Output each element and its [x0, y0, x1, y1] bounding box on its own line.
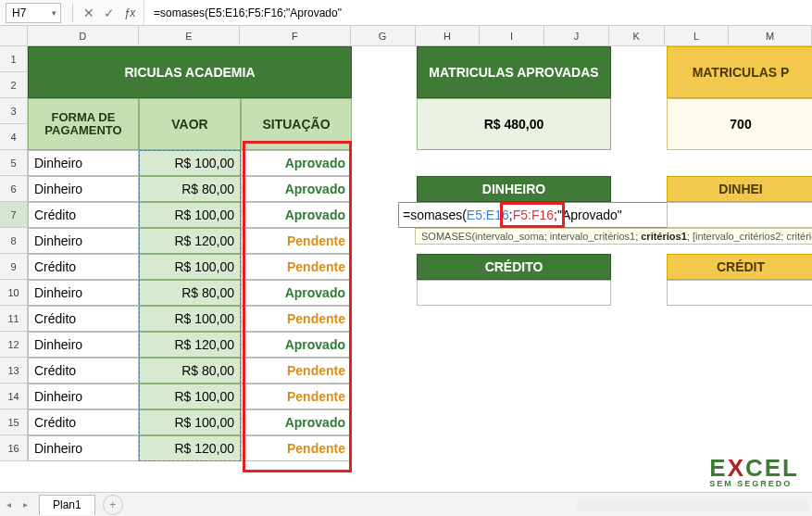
- cell-forma[interactable]: Crédito: [28, 358, 139, 384]
- cell-vaor[interactable]: R$ 120,00: [139, 435, 241, 461]
- col-header-K[interactable]: K: [609, 26, 665, 46]
- cell-vaor[interactable]: R$ 120,00: [139, 332, 241, 358]
- label-credito-yellow: CRÉDIT: [667, 254, 812, 280]
- table-row: CréditoR$ 100,00Aprovado: [28, 409, 812, 435]
- cell-situacao[interactable]: Pendente: [241, 384, 352, 409]
- header-situacao: SITUAÇÃO: [241, 98, 352, 150]
- cells-area[interactable]: RICULAS ACADEMIA MATRICULAS APROVADAS MA…: [28, 46, 812, 492]
- col-header-G[interactable]: G: [351, 26, 416, 46]
- col-header-M[interactable]: M: [729, 26, 812, 46]
- label-dinheiro-yellow: DINHEI: [667, 176, 812, 202]
- divider: [72, 4, 73, 22]
- enter-formula-button[interactable]: ✓: [99, 3, 119, 23]
- cell-vaor[interactable]: R$ 80,00: [139, 358, 241, 384]
- formula-text: =somases(E5:E16;F5:F16;"Aprovado": [154, 6, 342, 19]
- formula-bar: H7 ▾ ✕ ✓ ƒx =somases(E5:E16;F5:F16;"Apro…: [0, 0, 812, 26]
- row-header-1[interactable]: 1: [0, 46, 28, 72]
- header-forma: FORMA DE PAGAMENTO: [28, 98, 139, 150]
- sheet-tab-bar: ◂ ▸ Plan1 +: [0, 492, 812, 516]
- cancel-formula-button[interactable]: ✕: [79, 3, 99, 23]
- horizontal-scrollbar[interactable]: [577, 499, 808, 512]
- cell-vaor[interactable]: R$ 100,00: [139, 306, 241, 332]
- col-header-L[interactable]: L: [665, 26, 730, 46]
- col-header-F[interactable]: F: [240, 26, 351, 46]
- function-tooltip: SOMASES(intervalo_soma; intervalo_critér…: [415, 228, 812, 245]
- row-header-13[interactable]: 13: [0, 358, 28, 384]
- cell-forma[interactable]: Crédito: [28, 409, 139, 435]
- value-pendentes: 700: [667, 98, 812, 150]
- chevron-down-icon[interactable]: ▾: [52, 8, 56, 18]
- table-row: CréditoR$ 100,00Pendente: [28, 306, 812, 332]
- title-pendentes: MATRICULAS P: [667, 46, 812, 98]
- value-aprovadas: R$ 480,00: [417, 98, 611, 150]
- row-header-15[interactable]: 15: [0, 409, 28, 435]
- table-row: CréditoR$ 80,00Pendente: [28, 358, 812, 384]
- name-box[interactable]: H7 ▾: [6, 3, 61, 23]
- cell-vaor[interactable]: R$ 120,00: [139, 228, 241, 254]
- cell-situacao[interactable]: Aprovado: [241, 150, 352, 176]
- row-header-11[interactable]: 11: [0, 306, 28, 332]
- sheet-nav-first-icon[interactable]: ◂: [0, 499, 17, 510]
- cell-situacao[interactable]: Pendente: [241, 306, 352, 332]
- row-header-6[interactable]: 6: [0, 176, 28, 202]
- active-cell-editor[interactable]: =somases(E5:E16;F5:F16;"Aprovado": [398, 202, 676, 228]
- cell-situacao[interactable]: Aprovado: [241, 409, 352, 435]
- cell-forma[interactable]: Dinheiro: [28, 228, 139, 254]
- table-row: DinheiroR$ 120,00Pendente: [28, 435, 812, 461]
- cell-situacao[interactable]: Pendente: [241, 228, 352, 254]
- table-row: DinheiroR$ 100,00Aprovado: [28, 150, 812, 176]
- cell-blank-L10[interactable]: [667, 280, 812, 306]
- cell-forma[interactable]: Dinheiro: [28, 332, 139, 358]
- cell-situacao[interactable]: Pendente: [241, 435, 352, 461]
- row-header-9[interactable]: 9: [0, 254, 28, 280]
- cell-forma[interactable]: Dinheiro: [28, 435, 139, 461]
- row-header-8[interactable]: 8: [0, 228, 28, 254]
- row-header-16[interactable]: 16: [0, 435, 28, 461]
- cell-blank-L7[interactable]: [667, 202, 812, 228]
- col-header-H[interactable]: H: [416, 26, 481, 46]
- sheet-nav-last-icon[interactable]: ▸: [17, 499, 33, 510]
- col-header-E[interactable]: E: [139, 26, 241, 46]
- label-credito-green: CRÉDITO: [417, 254, 611, 280]
- table-row: DinheiroR$ 100,00Pendente: [28, 384, 812, 409]
- cell-forma[interactable]: Dinheiro: [28, 384, 139, 409]
- cell-blank-H10[interactable]: [417, 280, 611, 306]
- cell-forma[interactable]: Dinheiro: [28, 150, 139, 176]
- add-sheet-button[interactable]: +: [103, 495, 123, 515]
- cell-situacao[interactable]: Pendente: [241, 358, 352, 384]
- sheet-tab-plan1[interactable]: Plan1: [39, 495, 95, 515]
- col-header-J[interactable]: J: [544, 26, 609, 46]
- name-box-value: H7: [12, 6, 26, 19]
- row-header-3[interactable]: 3: [0, 98, 28, 124]
- header-vaor: VAOR: [139, 98, 241, 150]
- cell-vaor[interactable]: R$ 100,00: [139, 384, 241, 409]
- table-row: DinheiroR$ 120,00Aprovado: [28, 332, 812, 358]
- cell-vaor[interactable]: R$ 100,00: [139, 409, 241, 435]
- insert-function-button[interactable]: ƒx: [119, 3, 140, 23]
- col-header-I[interactable]: I: [480, 26, 544, 46]
- cell-situacao[interactable]: Aprovado: [241, 332, 352, 358]
- spreadsheet-grid[interactable]: DEFGHIJKLM 12345678910111213141516 RICUL…: [0, 26, 812, 492]
- title-academia: RICULAS ACADEMIA: [28, 46, 352, 98]
- cell-vaor[interactable]: R$ 100,00: [139, 150, 241, 176]
- cell-forma[interactable]: Crédito: [28, 306, 139, 332]
- row-header-12[interactable]: 12: [0, 332, 28, 358]
- row-header-10[interactable]: 10: [0, 280, 28, 306]
- row-header-7[interactable]: 7: [0, 202, 28, 228]
- title-aprovadas: MATRICULAS APROVADAS: [417, 46, 611, 98]
- row-header-4[interactable]: 4: [0, 124, 28, 150]
- watermark-logo: EXCEL SEM SEGREDO: [709, 456, 799, 488]
- row-header-5[interactable]: 5: [0, 150, 28, 176]
- select-all-corner[interactable]: [0, 26, 28, 46]
- label-dinheiro-green: DINHEIRO: [417, 176, 611, 202]
- row-headers: 12345678910111213141516: [0, 46, 28, 461]
- row-header-14[interactable]: 14: [0, 384, 28, 409]
- row-header-2[interactable]: 2: [0, 72, 28, 98]
- formula-input[interactable]: =somases(E5:E16;F5:F16;"Aprovado": [144, 0, 812, 25]
- col-header-D[interactable]: D: [28, 26, 139, 46]
- column-headers: DEFGHIJKLM: [28, 26, 812, 46]
